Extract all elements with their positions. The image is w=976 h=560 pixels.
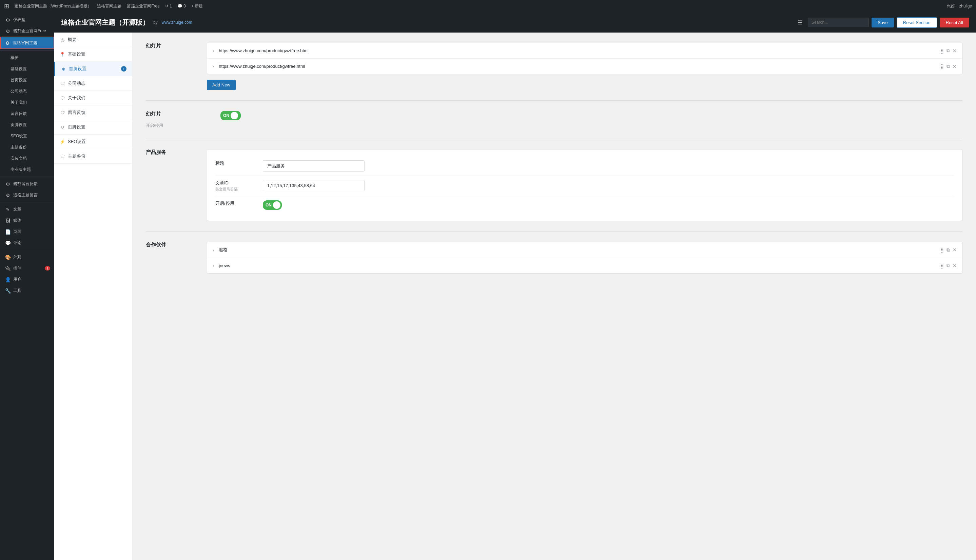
sidebar-label-company: 公司动态: [10, 88, 27, 94]
sidebar-item-zhuige-feedback[interactable]: ⚙ 追格主题留言: [0, 190, 54, 201]
sidebar-label-appearance: 外观: [13, 254, 22, 260]
product-service-content: 标题 文章ID 英文逗号分隔: [207, 149, 963, 221]
copy-icon[interactable]: ⧉: [946, 48, 950, 53]
copy-icon[interactable]: ⧉: [946, 263, 950, 268]
sidebar-item-about[interactable]: 关于我们: [0, 97, 54, 108]
sidebar-item-footer[interactable]: 页脚设置: [0, 119, 54, 130]
close-icon[interactable]: ✕: [953, 63, 957, 69]
chevron-right-icon[interactable]: ›: [213, 48, 214, 53]
nav-item-seo[interactable]: ⚡ SEO设置: [54, 135, 132, 149]
drag-icon[interactable]: ⣿: [940, 263, 944, 268]
chevron-right-icon[interactable]: ›: [213, 247, 214, 253]
adminbar-free-theme[interactable]: 酱茄企业官网Free: [127, 3, 160, 9]
adminbar-updates[interactable]: ↺ 1: [165, 4, 172, 8]
copy-icon[interactable]: ⧉: [946, 63, 950, 69]
product-title-input[interactable]: [263, 160, 365, 172]
sidebar-item-overview[interactable]: 概要: [0, 52, 54, 63]
nav-active-arrow: ›: [121, 66, 127, 72]
plugin-website-link[interactable]: www.zhuige.com: [162, 20, 192, 25]
adminbar-new[interactable]: + 新建: [191, 3, 203, 9]
close-icon[interactable]: ✕: [953, 48, 957, 53]
adminbar-site-name[interactable]: 追格企业官网主题（WordPress主题模板）: [15, 3, 92, 9]
slideshow-toggle-sublabel: 开启/停用: [146, 123, 193, 128]
add-new-slideshow-button[interactable]: Add New: [207, 80, 236, 90]
sidebar-item-pro[interactable]: 专业版主题: [0, 164, 54, 175]
jq-feedback-icon: ⚙: [5, 182, 10, 187]
drag-icon[interactable]: ⣿: [940, 247, 944, 253]
partners-repeater: › 追格 ⣿ ⧉ ✕ › jnews: [207, 242, 963, 273]
sidebar-item-appearance[interactable]: 🎨 外观: [0, 252, 54, 263]
plugins-icon: 🔌: [5, 266, 10, 271]
sidebar-item-jq-free[interactable]: ⚙ 酱茄企业官网Free: [0, 25, 54, 37]
adminbar-comments[interactable]: 💬 0: [177, 4, 186, 8]
nav-item-basic[interactable]: 📍 基础设置: [54, 47, 132, 62]
sidebar-item-zhuige-theme[interactable]: ⚙ 追格官网主题: [0, 37, 54, 49]
plugin-title: 追格企业官网主题（开源版）: [61, 18, 149, 27]
partners-section: 合作伙伴 › 追格 ⣿ ⧉ ✕: [146, 242, 963, 276]
adminbar-theme-link[interactable]: 追格官网主题: [97, 3, 122, 9]
nav-item-overview[interactable]: ◎ 概要: [54, 33, 132, 47]
sidebar-item-plugins[interactable]: 🔌 插件 1: [0, 263, 54, 274]
nav-item-feedback[interactable]: 🛡 留言反馈: [54, 105, 132, 120]
sidebar-label-dashboard: 仪表盘: [13, 17, 25, 23]
sidebar-item-basic[interactable]: 基础设置: [0, 63, 54, 75]
search-input[interactable]: [808, 18, 869, 27]
partner-url-2: jnews: [219, 263, 937, 268]
slideshow-url-1: https://www.zhuige.com/product/gwztfree.…: [219, 48, 937, 53]
sidebar-item-jq-feedback[interactable]: ⚙ 酱茄留言反馈: [0, 178, 54, 190]
section-divider-3: [146, 231, 963, 232]
sidebar-item-homepage[interactable]: 首页设置: [0, 75, 54, 86]
nav-label-company: 公司动态: [68, 80, 85, 87]
sidebar-item-media[interactable]: 🖼 媒体: [0, 215, 54, 226]
sidebar-item-users[interactable]: 👤 用户: [0, 274, 54, 285]
save-button[interactable]: Save: [871, 18, 894, 27]
sidebar-item-comments[interactable]: 💬 评论: [0, 237, 54, 248]
close-icon[interactable]: ✕: [953, 263, 957, 268]
sidebar-item-dashboard[interactable]: ⚙ 仪表盘: [0, 12, 54, 25]
adminbar-user: 您好，zhui'ge: [947, 3, 972, 9]
sidebar-label-plugins: 插件: [13, 265, 22, 271]
drag-icon[interactable]: ⣿: [940, 63, 944, 69]
copy-icon[interactable]: ⧉: [946, 247, 950, 253]
nav-label-homepage: 首页设置: [69, 66, 87, 72]
reset-all-button[interactable]: Reset All: [940, 18, 969, 27]
drag-icon[interactable]: ⣿: [940, 48, 944, 53]
table-row: › https://www.zhuige.com/product/gwztfre…: [207, 43, 962, 58]
menu-icon-button[interactable]: ☰: [795, 18, 805, 27]
reset-section-button[interactable]: Reset Section: [897, 17, 937, 28]
sidebar-item-feedback[interactable]: 留言反馈: [0, 108, 54, 119]
nav-item-backup[interactable]: 🛡 主题备份: [54, 149, 132, 164]
partner-actions-1: ⣿ ⧉ ✕: [940, 247, 957, 253]
product-articleid-input[interactable]: [263, 180, 365, 191]
sidebar-item-posts[interactable]: ✎ 文章: [0, 204, 54, 215]
product-articleid-sublabel: 英文逗号分隔: [215, 187, 256, 192]
dashboard-icon: ⚙: [5, 17, 10, 23]
basic-nav-icon: 📍: [60, 52, 65, 57]
repeater-actions-1: ⣿ ⧉ ✕: [940, 48, 957, 53]
sidebar-item-company[interactable]: 公司动态: [0, 86, 54, 97]
sidebar-label-zhuige: 追格官网主题: [13, 40, 37, 46]
slideshow-toggle-content: ON: [207, 111, 963, 120]
sidebar-item-docs[interactable]: 安装文档: [0, 153, 54, 164]
nav-item-about[interactable]: 🛡 关于我们: [54, 91, 132, 105]
close-icon[interactable]: ✕: [953, 247, 957, 253]
slideshow-toggle-switch[interactable]: ON: [220, 111, 241, 120]
nav-item-homepage[interactable]: ⊕ 首页设置 ›: [54, 62, 132, 76]
sidebar-item-pages[interactable]: 📄 页面: [0, 226, 54, 237]
sidebar-item-tools[interactable]: 🔧 工具: [0, 285, 54, 296]
chevron-right-icon[interactable]: ›: [213, 64, 214, 69]
plugin-nav: ◎ 概要 📍 基础设置 ⊕ 首页设置 › 🛡 公司动态 🛡: [54, 33, 132, 560]
product-articleid-field-label: 文章ID: [215, 180, 256, 186]
nav-item-company[interactable]: 🛡 公司动态: [54, 76, 132, 91]
sidebar-item-seo[interactable]: SEO设置: [0, 130, 54, 142]
sidebar-item-backup[interactable]: 主题备份: [0, 142, 54, 153]
sidebar-label-backup: 主题备份: [10, 144, 27, 150]
product-toggle-switch[interactable]: ON: [263, 200, 282, 210]
about-nav-icon: 🛡: [60, 96, 65, 101]
sidebar-label-comments: 评论: [13, 240, 22, 246]
posts-icon: ✎: [5, 207, 10, 212]
wp-logo-icon: ⊞: [4, 2, 9, 10]
product-toggle-row: 开启/停用 ON: [215, 196, 954, 214]
nav-item-footer[interactable]: ↺ 页脚设置: [54, 120, 132, 135]
chevron-right-icon[interactable]: ›: [213, 263, 214, 268]
